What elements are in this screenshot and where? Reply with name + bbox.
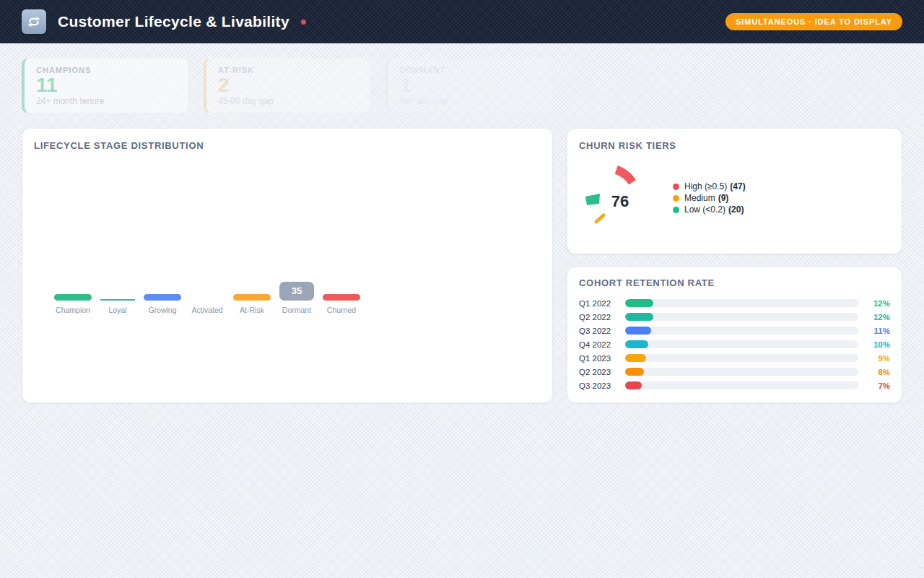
live-indicator-dot <box>301 20 306 25</box>
bar-dormant[interactable]: 35 <box>279 282 314 301</box>
bar-column-dormant: 35Dormant <box>274 280 319 314</box>
stat-card-champions: CHAMPIONS1124+ month tenure <box>22 58 189 113</box>
cohort-bar-chart: Q1 202212%Q2 202212%Q3 202211%Q4 202210%… <box>579 296 890 392</box>
cohort-bar-fill[interactable] <box>625 313 653 321</box>
stat-card-label: AT-RISK <box>218 66 359 74</box>
lifecycle-panel-title: LIFECYCLE STAGE DISTRIBUTION <box>34 140 541 151</box>
cohort-row: Q3 202211% <box>579 324 890 337</box>
legend-item[interactable]: Medium(9) <box>673 192 746 204</box>
cohort-value: 8% <box>864 368 890 376</box>
cohort-bar-fill[interactable] <box>625 381 642 389</box>
bar-label: Champion <box>56 306 90 314</box>
bar-label: Dormant <box>282 306 311 314</box>
cohort-label: Q2 2022 <box>579 313 619 322</box>
bar-label: Churned <box>327 306 356 314</box>
cohort-label: Q3 2023 <box>579 381 619 390</box>
lifecycle-distribution-panel: LIFECYCLE STAGE DISTRIBUTION ChampionLoy… <box>22 128 553 403</box>
legend-dot-icon <box>673 195 679 202</box>
cohort-value: 12% <box>864 299 890 308</box>
cohort-bar-fill[interactable] <box>625 368 644 376</box>
app-logo <box>22 9 46 34</box>
donut-segment-low <box>585 194 600 205</box>
donut-segment-medium <box>596 215 603 222</box>
stat-card-subtitle: 45-90 day gap <box>218 96 359 106</box>
app-header: Customer Lifecycle & Livability SIMULTAN… <box>0 0 924 43</box>
cohort-bar-track <box>625 381 858 389</box>
bar-column-loyal: Loyal <box>95 280 140 314</box>
status-badge: SIMULTANEOUS · IDEA TO DISPLAY <box>725 13 902 30</box>
stat-card-label: DORMANT <box>400 66 541 74</box>
cycle-arrows-icon <box>26 14 42 30</box>
cohort-bar-fill[interactable] <box>625 354 646 362</box>
cohort-bar-fill[interactable] <box>625 327 651 335</box>
legend-item[interactable]: Low (<0.2)(20) <box>673 204 746 215</box>
bar-label: Activated <box>191 306 222 314</box>
stat-card-value: 2 <box>218 74 359 95</box>
legend-count: (9) <box>718 193 729 203</box>
lifecycle-bar-chart: ChampionLoyalGrowingActivatedAt-Risk35Do… <box>51 280 364 314</box>
bar-column-activated: Activated <box>185 280 230 314</box>
cohort-row: Q1 20239% <box>579 351 890 365</box>
bar-loyal[interactable] <box>100 299 135 301</box>
cohort-bar-track <box>625 354 858 362</box>
legend-dot-icon <box>673 184 679 190</box>
bar-champion[interactable] <box>54 294 92 301</box>
churn-donut-chart[interactable] <box>567 129 683 230</box>
stat-card-subtitle: 90+ day gap <box>400 96 541 106</box>
cohort-bar-track <box>625 313 858 321</box>
cohort-bar-track <box>625 327 858 335</box>
cohort-value: 9% <box>864 354 890 363</box>
cohort-row: Q4 202210% <box>579 337 890 351</box>
cohort-bar-track <box>625 340 858 348</box>
stat-cards-row: CHAMPIONS1124+ month tenureAT-RISK245-90… <box>22 58 553 113</box>
cohort-label: Q3 2022 <box>579 327 619 335</box>
stat-card-value: 11 <box>36 74 177 95</box>
cohort-label: Q4 2022 <box>579 340 619 349</box>
bar-label: Growing <box>148 306 176 314</box>
bar-column-champion: Champion <box>51 280 95 314</box>
cohort-value: 7% <box>864 381 890 390</box>
cohort-bar-track <box>625 368 858 376</box>
bar-column-churned: Churned <box>319 280 364 314</box>
bar-label: Loyal <box>108 306 126 314</box>
legend-count: (47) <box>730 181 745 191</box>
bar-column-at-risk: At-Risk <box>230 280 274 314</box>
stat-card-subtitle: 24+ month tenure <box>36 96 177 106</box>
cohort-bar-track <box>625 299 858 307</box>
cohort-label: Q2 2023 <box>579 368 619 376</box>
legend-dot-icon <box>673 207 679 213</box>
churn-risk-panel: CHURN RISK TIERS 76 High (≥0.5)(47)Mediu… <box>567 128 902 254</box>
legend-item[interactable]: High (≥0.5)(47) <box>673 181 746 192</box>
stat-card-at-risk: AT-RISK245-90 day gap <box>204 58 371 113</box>
cohort-panel-title: COHORT RETENTION RATE <box>579 277 890 288</box>
page-title: Customer Lifecycle & Livability <box>58 13 289 30</box>
legend-label: Medium <box>684 193 715 203</box>
stat-card-value: 1 <box>400 74 541 95</box>
legend-label: High (≥0.5) <box>684 181 727 191</box>
cohort-label: Q1 2022 <box>579 299 619 308</box>
churn-total-value: 76 <box>606 192 635 211</box>
cohort-row: Q3 20237% <box>579 379 890 392</box>
cohort-value: 11% <box>864 327 890 335</box>
cohort-bar-fill[interactable] <box>625 299 653 307</box>
churn-legend: High (≥0.5)(47)Medium(9)Low (<0.2)(20) <box>673 181 746 215</box>
legend-label: Low (<0.2) <box>684 204 725 215</box>
cohort-value: 12% <box>864 313 890 322</box>
bar-growing[interactable] <box>144 294 181 301</box>
bar-column-growing: Growing <box>140 280 185 314</box>
cohort-row: Q1 202212% <box>579 296 890 310</box>
bar-label: At-Risk <box>240 306 264 314</box>
cohort-value: 10% <box>864 340 890 349</box>
legend-count: (20) <box>728 204 744 215</box>
bar-at-risk[interactable] <box>233 294 271 301</box>
cohort-row: Q2 20238% <box>579 365 890 379</box>
cohort-label: Q1 2023 <box>579 354 619 363</box>
cohort-retention-panel: COHORT RETENTION RATE Q1 202212%Q2 20221… <box>567 267 902 403</box>
cohort-bar-fill[interactable] <box>625 340 648 348</box>
cohort-row: Q2 202212% <box>579 310 890 324</box>
donut-segment-high <box>615 165 636 185</box>
stat-card-dormant: DORMANT190+ day gap <box>385 58 553 113</box>
bar-churned[interactable] <box>323 294 360 301</box>
